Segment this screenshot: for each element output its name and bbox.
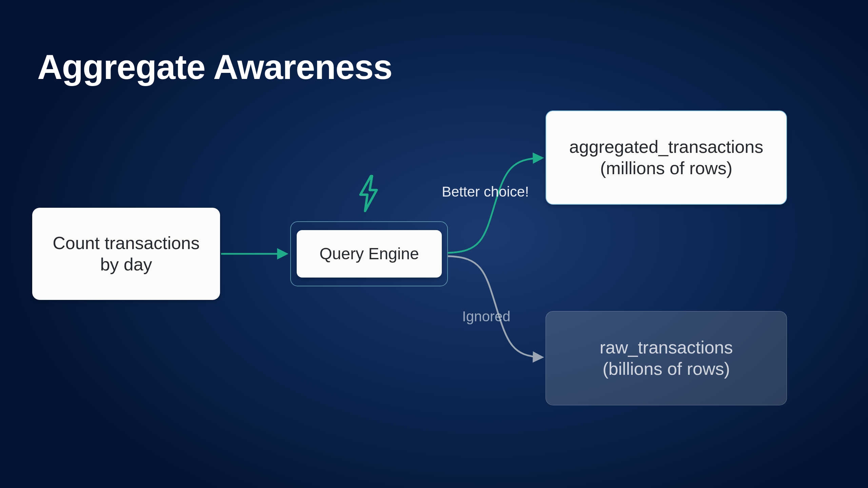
- lightning-icon: [357, 175, 380, 212]
- node-raw-line1: raw_transactions: [599, 337, 733, 358]
- node-raw-table: raw_transactions (billions of rows): [546, 311, 787, 405]
- edge-engine-to-aggregated: [448, 158, 542, 253]
- node-source-line1: Count transactions: [53, 232, 200, 254]
- edge-label-better-choice: Better choice!: [442, 184, 529, 200]
- node-aggregated-table: aggregated_transactions (millions of row…: [546, 110, 787, 205]
- node-source-line2: by day: [100, 254, 152, 275]
- edge-label-ignored: Ignored: [462, 308, 510, 325]
- edge-engine-to-raw: [448, 256, 542, 357]
- node-agg-line2: (millions of rows): [600, 158, 732, 179]
- node-agg-line1: aggregated_transactions: [569, 136, 763, 158]
- node-source-query: Count transactions by day: [32, 208, 220, 300]
- diagram-title: Aggregate Awareness: [37, 47, 392, 87]
- node-raw-line2: (billions of rows): [603, 358, 730, 380]
- node-engine-label: Query Engine: [319, 244, 419, 264]
- node-query-engine: Query Engine: [297, 230, 442, 278]
